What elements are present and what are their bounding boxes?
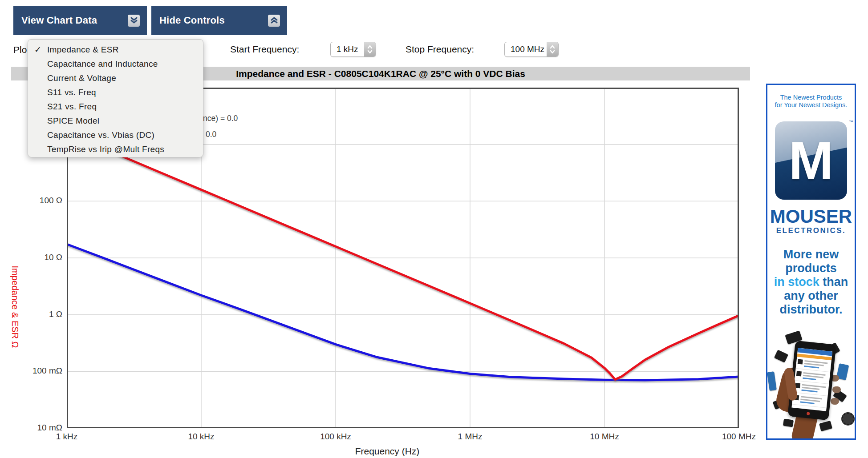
phone-home-indicator xyxy=(807,412,810,415)
menu-item-label: SPICE Model xyxy=(47,114,99,128)
start-frequency-label: Start Frequency: xyxy=(230,44,299,55)
y-axis-title: Impedance & ESR Ω xyxy=(10,265,20,348)
cursor-readout-fragment-2: 0.0 xyxy=(206,130,216,139)
stop-frequency-label: Stop Frequency: xyxy=(406,44,474,55)
plot-type-menu: ✓Impedance & ESRCapacitance and Inductan… xyxy=(28,39,203,157)
y-tick-label: 100 Ω xyxy=(12,196,62,205)
view-chart-data-label: View Chart Data xyxy=(21,15,97,26)
x-tick-label: 10 MHz xyxy=(590,432,619,442)
menu-item-spice-model[interactable]: SPICE Model xyxy=(28,114,203,128)
chevron-double-up-icon xyxy=(268,15,280,27)
menu-item-s11-vs-freq[interactable]: S11 vs. Freq xyxy=(28,85,203,100)
ad-message: More new products in stock than any othe… xyxy=(767,248,855,317)
hide-controls-button[interactable]: Hide Controls xyxy=(151,6,287,35)
stepper-arrows-icon xyxy=(364,42,376,56)
start-frequency-select[interactable]: 1 kHz xyxy=(330,42,376,57)
mouser-ad-banner[interactable]: The Newest Products for Your Newest Desi… xyxy=(766,84,856,440)
menu-item-capacitance-and-inductance[interactable]: Capacitance and Inductance xyxy=(28,57,203,71)
x-tick-label: 100 MHz xyxy=(722,432,756,442)
stepper-arrows-icon xyxy=(547,42,558,56)
cursor-readout-fragment-1: nce) = 0.0 xyxy=(203,114,238,123)
x-tick-label: 1 kHz xyxy=(56,432,78,442)
y-tick-label: 100 mΩ xyxy=(12,366,62,376)
menu-item-label: Capacitance and Inductance xyxy=(47,57,158,71)
stop-frequency-value: 100 MHz xyxy=(505,44,547,54)
menu-item-label: TempRise vs Irip @Mult Freqs xyxy=(47,142,164,157)
menu-item-label: Impedance & ESR xyxy=(47,43,119,57)
trademark-symbol: ™ xyxy=(849,120,853,125)
x-tick-label: 100 kHz xyxy=(320,432,351,442)
component-pcb xyxy=(767,371,777,391)
checkmark-icon: ✓ xyxy=(34,43,46,57)
x-axis-title: Frequency (Hz) xyxy=(355,446,420,457)
impedance-curve xyxy=(67,133,739,380)
chevron-double-down-icon xyxy=(128,15,140,27)
phone-screen xyxy=(791,348,832,411)
y-tick-label: 10 mΩ xyxy=(12,423,62,433)
ad-tagline: The Newest Products for Your Newest Desi… xyxy=(767,94,855,109)
stop-frequency-select[interactable]: 100 MHz xyxy=(504,42,559,57)
start-frequency-value: 1 kHz xyxy=(331,44,364,54)
component-gear xyxy=(841,412,855,426)
menu-item-label: S21 vs. Freq xyxy=(47,100,97,114)
component-chip xyxy=(783,419,794,427)
hand-finger xyxy=(831,398,839,405)
mouser-logo-icon: M xyxy=(775,121,847,200)
esr-curve xyxy=(67,244,739,380)
y-tick-label: 10 Ω xyxy=(12,253,62,262)
view-chart-data-button[interactable]: View Chart Data xyxy=(13,6,147,35)
menu-item-temprise-vs-irip-mult-freqs[interactable]: TempRise vs Irip @Mult Freqs xyxy=(28,142,203,157)
menu-item-label: Current & Voltage xyxy=(47,71,116,85)
mouser-wordmark: MOUSER xyxy=(767,206,855,227)
menu-item-impedance-esr[interactable]: ✓Impedance & ESR xyxy=(28,43,203,57)
menu-item-s21-vs-freq[interactable]: S21 vs. Freq xyxy=(28,100,203,114)
x-tick-label: 1 MHz xyxy=(458,432,483,442)
component-chip xyxy=(774,350,788,362)
menu-item-capacitance-vs-vbias-dc-[interactable]: Capacitance vs. Vbias (DC) xyxy=(28,128,203,142)
hand-finger xyxy=(832,386,841,393)
chart-title: Impedance and ESR - C0805C104K1RAC @ 25°… xyxy=(236,68,525,79)
component-chip xyxy=(819,421,832,431)
menu-item-current-voltage[interactable]: Current & Voltage xyxy=(28,71,203,85)
x-tick-label: 10 kHz xyxy=(188,432,214,442)
electronics-wordmark: ELECTRONICS. xyxy=(767,226,855,235)
menu-item-label: S11 vs. Freq xyxy=(47,85,96,100)
menu-item-label: Capacitance vs. Vbias (DC) xyxy=(47,128,154,142)
hide-controls-label: Hide Controls xyxy=(159,15,225,26)
plot-type-label: Plo xyxy=(13,44,27,55)
